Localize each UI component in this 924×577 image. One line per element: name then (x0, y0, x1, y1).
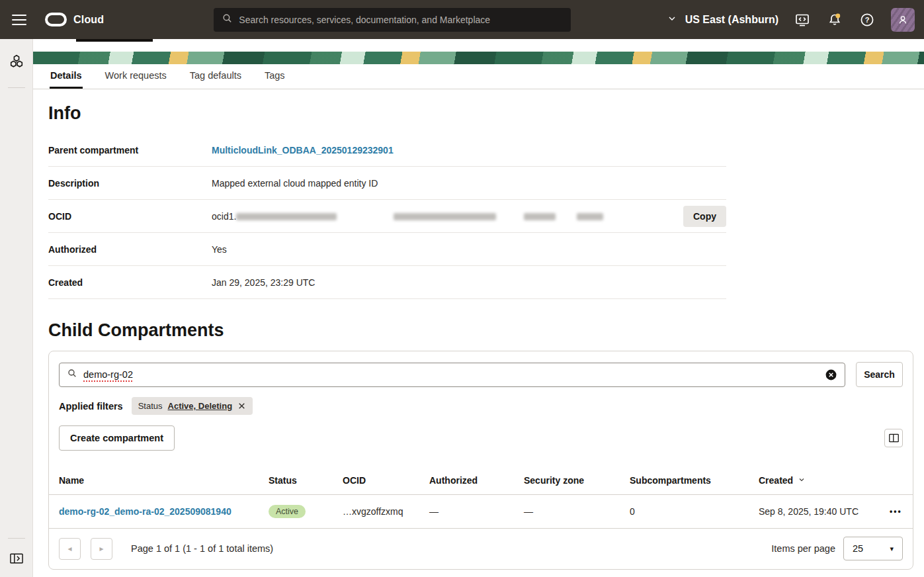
applied-filters-label: Applied filters (59, 401, 123, 412)
status-badge: Active (269, 505, 306, 518)
tab-details[interactable]: Details (50, 64, 83, 89)
created-value: Jan 29, 2025, 23:29 UTC (212, 277, 726, 288)
search-button[interactable]: Search (856, 362, 903, 387)
authorized-value: Yes (212, 244, 726, 255)
rail-divider (8, 538, 25, 539)
field-authorized: Authorized Yes (48, 233, 726, 266)
detail-tabs: Details Work requests Tag defaults Tags (33, 64, 924, 89)
hamburger-menu-icon[interactable] (12, 15, 26, 25)
field-label: Parent compartment (48, 145, 212, 155)
page-info-text: Page 1 of 1 (1 - 1 of 1 total items) (131, 543, 273, 554)
field-created: Created Jan 29, 2025, 23:29 UTC (48, 266, 726, 299)
info-heading: Info (48, 102, 924, 124)
child-compartments-panel: demo-rg-02 Search Applied filters Status… (48, 351, 913, 570)
help-icon[interactable]: ? (859, 11, 876, 28)
column-header-name: Name (59, 475, 269, 486)
column-header-created[interactable]: Created (759, 475, 887, 486)
column-settings-icon[interactable] (884, 429, 903, 447)
ocid-value: ocid1. Copy (212, 206, 726, 227)
cloud-shell-icon[interactable] (794, 11, 811, 28)
global-search-input[interactable] (239, 15, 563, 25)
user-avatar[interactable] (891, 8, 915, 32)
tab-work-requests[interactable]: Work requests (105, 64, 167, 89)
field-ocid: OCID ocid1. Copy (48, 200, 726, 233)
description-value: Mapped external cloud mapped entity ID (212, 178, 726, 189)
previous-page-button[interactable]: ◂ (59, 538, 81, 560)
next-page-button[interactable]: ▸ (91, 538, 112, 560)
cell-ocid: …xvgzoffzxmq (343, 506, 429, 517)
field-label: Description (48, 178, 212, 189)
top-header-bar: Cloud US East (Ashburn) ? (0, 0, 924, 39)
cell-created: Sep 8, 2025, 19:40 UTC (759, 506, 887, 517)
field-label: Authorized (48, 244, 212, 255)
compartments-icon[interactable] (9, 54, 24, 72)
remove-filter-icon[interactable] (237, 402, 246, 410)
table-header-row: Name Status OCID Authorized Security zon… (49, 466, 913, 495)
compartment-search-input[interactable]: demo-rg-02 (59, 363, 845, 387)
page-content: Details Work requests Tag defaults Tags … (33, 39, 924, 577)
notifications-bell-icon[interactable] (826, 11, 843, 28)
chip-prefix: Status (138, 401, 163, 411)
table-actions-row: Create compartment (49, 425, 913, 451)
field-description: Description Mapped external cloud mapped… (48, 167, 726, 200)
items-per-page-label: Items per page (771, 543, 835, 554)
compartment-search-row: demo-rg-02 Search (49, 362, 913, 387)
column-header-security-zone: Security zone (524, 475, 630, 486)
redacted-ocid-segment (394, 213, 496, 220)
field-label: OCID (48, 211, 212, 222)
column-header-subcompartments: Subcompartments (630, 475, 759, 486)
clear-search-icon[interactable] (825, 369, 837, 381)
chevron-down-icon (667, 13, 677, 26)
header-actions: US East (Ashburn) ? (667, 8, 915, 32)
copy-ocid-button[interactable]: Copy (683, 206, 726, 227)
child-compartments-heading: Child Compartments (48, 319, 924, 341)
left-rail (0, 39, 33, 577)
tab-tags[interactable]: Tags (264, 64, 286, 89)
redacted-ocid-segment (577, 213, 603, 220)
search-icon (67, 368, 77, 381)
cell-subcompartments: 0 (630, 506, 759, 517)
select-caret-icon: ▾ (890, 545, 894, 553)
column-header-authorized: Authorized (429, 475, 524, 486)
decorative-banner (33, 52, 924, 64)
global-search-bar[interactable] (214, 8, 571, 32)
field-parent-compartment: Parent compartment MulticloudLink_ODBAA_… (48, 134, 726, 167)
main-area: Info Parent compartment MulticloudLink_O… (33, 90, 924, 577)
redacted-ocid-segment (524, 213, 556, 220)
tab-tag-defaults[interactable]: Tag defaults (189, 64, 242, 89)
chip-value[interactable]: Active, Deleting (168, 401, 233, 411)
cell-security-zone: — (524, 506, 630, 517)
column-header-ocid: OCID (343, 475, 429, 486)
items-per-page-value: 25 (853, 543, 863, 554)
create-compartment-button[interactable]: Create compartment (59, 425, 175, 451)
brand-logo[interactable]: Cloud (45, 13, 104, 26)
compartment-name-link[interactable]: demo-rg-02_demo-ra-02_202509081940 (59, 506, 231, 517)
items-per-page-control: Items per page 25 ▾ (771, 537, 903, 560)
brand-name: Cloud (73, 14, 104, 26)
table-row: demo-rg-02_demo-ra-02_202509081940 Activ… (49, 495, 913, 529)
column-header-status: Status (269, 475, 343, 486)
redacted-ocid-segment (236, 213, 337, 220)
sort-chevron-down-icon (798, 475, 806, 486)
expand-panel-icon[interactable] (9, 552, 24, 568)
status-filter-chip[interactable]: Status Active, Deleting (132, 397, 253, 415)
pagination-bar: ◂ ▸ Page 1 of 1 (1 - 1 of 1 total items)… (49, 529, 913, 569)
search-icon (222, 13, 233, 26)
row-actions-menu-icon[interactable]: ••• (890, 507, 902, 516)
region-label: US East (Ashburn) (685, 14, 778, 26)
svg-text:?: ? (865, 16, 870, 24)
search-query-text: demo-rg-02 (83, 369, 133, 380)
items-per-page-select[interactable]: 25 ▾ (843, 537, 903, 560)
field-label: Created (48, 277, 212, 288)
parent-compartment-link[interactable]: MulticloudLink_ODBAA_20250129232901 (212, 145, 394, 155)
scrolled-title-fragment (76, 39, 153, 42)
applied-filters-row: Applied filters Status Active, Deleting (49, 397, 913, 415)
info-field-list: Parent compartment MulticloudLink_ODBAA_… (48, 134, 726, 299)
oracle-logo-icon (45, 13, 67, 26)
rail-divider (8, 87, 25, 88)
region-selector[interactable]: US East (Ashburn) (667, 13, 778, 26)
cell-authorized: — (429, 506, 524, 517)
